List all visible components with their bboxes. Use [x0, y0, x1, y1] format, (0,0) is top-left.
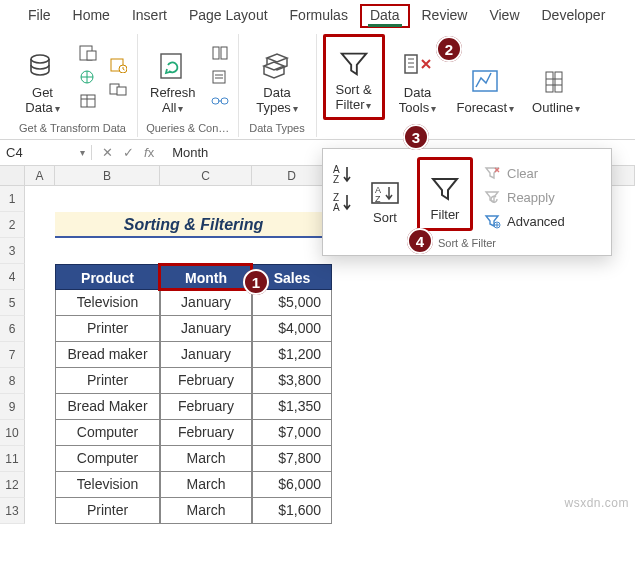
cell-sales[interactable]: $1,600: [252, 498, 332, 524]
cell-product[interactable]: Television: [55, 290, 160, 316]
cell-month[interactable]: February: [160, 394, 252, 420]
row-header[interactable]: 6: [0, 316, 25, 342]
properties-icon[interactable]: [208, 67, 232, 87]
svg-point-0: [31, 55, 49, 63]
cell-sales[interactable]: $6,000: [252, 472, 332, 498]
sort-asc-icon[interactable]: AZ: [331, 163, 357, 185]
cell-month[interactable]: March: [160, 472, 252, 498]
row-header[interactable]: 1: [0, 186, 25, 212]
forecast-label: Forecast: [457, 101, 515, 116]
filter-button[interactable]: Filter: [417, 157, 473, 231]
fx-icon[interactable]: fx: [144, 145, 154, 160]
svg-rect-2: [87, 51, 96, 60]
svg-rect-15: [405, 55, 417, 73]
cell-sales[interactable]: $1,350: [252, 394, 332, 420]
cell-sales[interactable]: $1,200: [252, 342, 332, 368]
get-data-mini-buttons: [76, 43, 100, 111]
tab-insert[interactable]: Insert: [122, 4, 177, 28]
queries-icon[interactable]: [208, 43, 232, 63]
tab-developer[interactable]: Developer: [532, 4, 616, 28]
tab-file[interactable]: File: [18, 4, 61, 28]
cell-product[interactable]: Computer: [55, 446, 160, 472]
cell-sales[interactable]: $7,800: [252, 446, 332, 472]
row-header[interactable]: 8: [0, 368, 25, 394]
cell-month[interactable]: January: [160, 290, 252, 316]
row-header[interactable]: 10: [0, 420, 25, 446]
cell-month[interactable]: March: [160, 498, 252, 524]
svg-rect-12: [213, 71, 225, 83]
refresh-all-button[interactable]: Refresh All: [144, 34, 202, 120]
cell-month[interactable]: January: [160, 342, 252, 368]
cell-product[interactable]: Printer: [55, 368, 160, 394]
cell-product[interactable]: Printer: [55, 498, 160, 524]
row-header[interactable]: 2: [0, 212, 25, 238]
reapply-filter: Reapply: [479, 187, 569, 207]
enter-icon[interactable]: ✓: [123, 145, 134, 160]
get-data-icon: [27, 51, 59, 83]
recent-sources-icon[interactable]: [106, 55, 130, 75]
sort-label: Sort: [373, 210, 397, 225]
tab-formulas[interactable]: Formulas: [280, 4, 358, 28]
row-header[interactable]: 5: [0, 290, 25, 316]
cell-product[interactable]: Computer: [55, 420, 160, 446]
tab-review[interactable]: Review: [412, 4, 478, 28]
data-types-label: Data Types: [256, 86, 298, 116]
row-header[interactable]: 4: [0, 264, 25, 290]
cell-month[interactable]: January: [160, 316, 252, 342]
cancel-icon[interactable]: ✕: [102, 145, 113, 160]
sort-button[interactable]: AZ Sort: [357, 157, 413, 231]
tab-view[interactable]: View: [479, 4, 529, 28]
outline-button[interactable]: Outline: [526, 34, 586, 120]
svg-rect-17: [546, 72, 553, 92]
svg-text:A: A: [333, 202, 340, 213]
cell-month[interactable]: February: [160, 368, 252, 394]
cell-month[interactable]: March: [160, 446, 252, 472]
group-queries: Refresh All Queries & Con…: [138, 34, 239, 137]
tab-home[interactable]: Home: [63, 4, 120, 28]
svg-rect-13: [212, 98, 219, 104]
cell-sales[interactable]: $3,800: [252, 368, 332, 394]
data-types-button[interactable]: Data Types: [250, 34, 304, 120]
advanced-filter[interactable]: Advanced: [479, 211, 569, 231]
cell-product[interactable]: Bread maker: [55, 342, 160, 368]
row-header[interactable]: 11: [0, 446, 25, 472]
th-product[interactable]: Product: [55, 264, 160, 290]
filter-label: Filter: [431, 207, 460, 222]
edit-links-icon[interactable]: [208, 91, 232, 111]
row-header[interactable]: 12: [0, 472, 25, 498]
cell-product[interactable]: Printer: [55, 316, 160, 342]
row-header[interactable]: 3: [0, 238, 25, 264]
advanced-label: Advanced: [507, 214, 565, 229]
name-box[interactable]: C4 ▾: [0, 145, 92, 160]
from-web-icon[interactable]: [76, 67, 100, 87]
existing-conn-icon[interactable]: [106, 79, 130, 99]
svg-rect-10: [213, 47, 219, 59]
cell-sales[interactable]: $7,000: [252, 420, 332, 446]
cell-sales[interactable]: $5,000: [252, 290, 332, 316]
cell-sales[interactable]: $4,000: [252, 316, 332, 342]
cell-product[interactable]: Television: [55, 472, 160, 498]
name-box-dropdown-icon[interactable]: ▾: [80, 147, 85, 158]
row-header[interactable]: 7: [0, 342, 25, 368]
select-all-corner[interactable]: [0, 166, 25, 185]
tab-page-layout[interactable]: Page Layout: [179, 4, 278, 28]
get-data-button[interactable]: Get Data: [16, 34, 70, 120]
from-text-icon[interactable]: [76, 43, 100, 63]
sort-filter-button[interactable]: Sort & Filter: [323, 34, 385, 120]
col-C[interactable]: C: [160, 166, 252, 185]
cell-product[interactable]: Bread Maker: [55, 394, 160, 420]
sort-dialog-icon: AZ: [367, 174, 403, 210]
data-types-icon: [261, 51, 293, 83]
from-table-icon[interactable]: [76, 91, 100, 111]
col-D[interactable]: D: [252, 166, 332, 185]
cell-month[interactable]: February: [160, 420, 252, 446]
tab-data[interactable]: Data: [360, 4, 410, 28]
row-header[interactable]: 9: [0, 394, 25, 420]
row-header[interactable]: 13: [0, 498, 25, 524]
th-month[interactable]: Month: [160, 264, 252, 290]
col-A[interactable]: A: [25, 166, 55, 185]
col-B[interactable]: B: [55, 166, 160, 185]
filter-side-options: Clear Reapply Advanced: [479, 157, 569, 231]
sort-desc-icon[interactable]: ZA: [331, 191, 357, 213]
reapply-icon: [483, 189, 501, 205]
